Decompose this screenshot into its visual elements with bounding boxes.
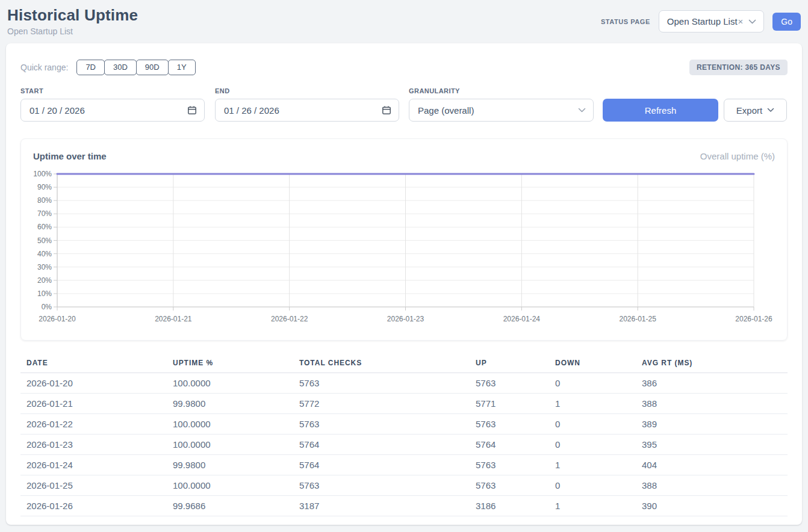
table-cell: 0 xyxy=(549,373,636,394)
table-cell: 404 xyxy=(636,455,788,475)
start-date-input[interactable]: 01 / 20 / 2026 xyxy=(20,99,205,122)
svg-text:90%: 90% xyxy=(37,183,52,191)
granularity-select[interactable]: Page (overall) xyxy=(409,99,594,122)
table-cell: 2026-01-23 xyxy=(20,435,167,455)
start-date-label: START xyxy=(20,87,205,94)
table-cell: 5764 xyxy=(293,455,470,475)
table-cell: 390 xyxy=(636,496,788,516)
svg-text:2026-01-26: 2026-01-26 xyxy=(735,315,772,323)
table-cell: 5763 xyxy=(470,475,549,496)
header-titles: Historical Uptime Open Startup List xyxy=(7,6,138,36)
table-cell: 395 xyxy=(636,435,788,455)
table-cell: 5763 xyxy=(470,455,549,475)
table-cell: 99.9800 xyxy=(167,394,293,414)
table-cell: 0 xyxy=(549,414,636,435)
quick-range-90d-button[interactable]: 90D xyxy=(136,60,169,75)
svg-text:70%: 70% xyxy=(37,209,52,218)
chart-card: Uptime over time Overall uptime (%) 0%10… xyxy=(20,138,788,341)
table-row: 2026-01-23100.0000576457640395 xyxy=(20,435,788,455)
svg-text:10%: 10% xyxy=(37,289,52,298)
export-button[interactable]: Export xyxy=(724,99,787,122)
table-cell: 99.9686 xyxy=(167,496,293,516)
header-actions: STATUS PAGE Open Startup List × Go xyxy=(601,10,801,32)
table-cell: 100.0000 xyxy=(167,414,293,435)
fields-row: START 01 / 20 / 2026 END 01 / 26 / 2026 … xyxy=(20,87,788,122)
page-title: Historical Uptime xyxy=(7,6,138,25)
svg-text:60%: 60% xyxy=(37,223,52,231)
table-cell: 2026-01-24 xyxy=(20,455,167,475)
main-panel: Quick range: 7D30D90D1Y RETENTION: 365 D… xyxy=(6,43,802,525)
table-row: 2026-01-2499.9800576457631404 xyxy=(20,455,788,475)
table-row: 2026-01-2199.9800577257711388 xyxy=(20,394,788,414)
column-header: AVG RT (MS) xyxy=(636,356,788,373)
table-cell: 1 xyxy=(549,455,636,475)
calendar-icon[interactable] xyxy=(187,105,197,115)
table-cell: 2026-01-25 xyxy=(20,475,167,496)
table-cell: 1 xyxy=(549,496,636,516)
svg-text:30%: 30% xyxy=(37,263,52,271)
chart-title: Uptime over time xyxy=(33,151,107,161)
table-cell: 5763 xyxy=(293,373,470,394)
table-cell: 100.0000 xyxy=(167,373,293,394)
svg-text:50%: 50% xyxy=(37,237,52,245)
table-cell: 100.0000 xyxy=(167,475,293,496)
quick-range-1y-button[interactable]: 1Y xyxy=(168,60,196,75)
column-header: DOWN xyxy=(549,356,636,373)
quick-range-label: Quick range: xyxy=(20,63,68,72)
table-cell: 100.0000 xyxy=(167,435,293,455)
table-cell: 5764 xyxy=(293,435,470,455)
table-cell: 5763 xyxy=(470,414,549,435)
table-cell: 99.9800 xyxy=(167,455,293,475)
export-button-label: Export xyxy=(736,105,762,116)
end-date-value: 01 / 26 / 2026 xyxy=(224,105,279,116)
svg-text:2026-01-23: 2026-01-23 xyxy=(387,315,424,323)
quick-range-7d-button[interactable]: 7D xyxy=(76,60,105,75)
granularity-field: GRANULARITY Page (overall) xyxy=(409,87,594,122)
status-page-select[interactable]: Open Startup List × xyxy=(659,10,765,32)
table-header-row: DATEUPTIME %TOTAL CHECKSUPDOWNAVG RT (MS… xyxy=(20,356,788,373)
svg-text:2026-01-20: 2026-01-20 xyxy=(39,315,76,323)
quick-range-row: Quick range: 7D30D90D1Y RETENTION: 365 D… xyxy=(20,59,788,75)
chevron-down-icon xyxy=(767,108,774,113)
chevron-down-icon xyxy=(748,19,756,24)
uptime-table: DATEUPTIME %TOTAL CHECKSUPDOWNAVG RT (MS… xyxy=(20,356,788,516)
status-page-selected-value: Open Startup List xyxy=(667,16,738,26)
svg-text:80%: 80% xyxy=(37,196,52,205)
table-cell: 389 xyxy=(636,414,788,435)
granularity-label: GRANULARITY xyxy=(409,87,594,94)
uptime-chart: 0%10%20%30%40%50%60%70%80%90%100%2026-01… xyxy=(33,169,775,330)
end-date-field: END 01 / 26 / 2026 xyxy=(215,87,399,122)
end-date-input[interactable]: 01 / 26 / 2026 xyxy=(215,99,399,122)
go-button[interactable]: Go xyxy=(772,13,801,31)
svg-text:2026-01-25: 2026-01-25 xyxy=(619,315,656,323)
chart-legend-label: Overall uptime (%) xyxy=(700,151,775,161)
calendar-icon[interactable] xyxy=(382,105,391,115)
refresh-button[interactable]: Refresh xyxy=(603,99,718,122)
page-subtitle: Open Startup List xyxy=(7,26,138,36)
svg-text:40%: 40% xyxy=(37,250,52,258)
column-header: UPTIME % xyxy=(167,356,293,373)
table-cell: 5771 xyxy=(470,394,549,414)
end-date-label: END xyxy=(215,87,399,94)
table-cell: 3186 xyxy=(470,496,549,516)
table-row: 2026-01-25100.0000576357630388 xyxy=(20,475,788,496)
start-date-value: 01 / 20 / 2026 xyxy=(30,105,85,116)
table-cell: 388 xyxy=(636,475,788,496)
clear-icon[interactable]: × xyxy=(738,16,744,26)
column-header: TOTAL CHECKS xyxy=(293,356,470,373)
table-cell: 1 xyxy=(549,394,636,414)
retention-badge: RETENTION: 365 DAYS xyxy=(689,60,788,75)
granularity-selected-value: Page (overall) xyxy=(418,105,474,116)
table-cell: 386 xyxy=(636,373,788,394)
table-row: 2026-01-22100.0000576357630389 xyxy=(20,414,788,435)
table-cell: 0 xyxy=(549,435,636,455)
table-cell: 5763 xyxy=(293,475,470,496)
table-cell: 2026-01-21 xyxy=(20,394,167,414)
svg-text:2026-01-24: 2026-01-24 xyxy=(503,315,541,323)
svg-text:0%: 0% xyxy=(42,303,52,311)
quick-range-30d-button[interactable]: 30D xyxy=(104,60,137,75)
table-row: 2026-01-2699.9686318731861390 xyxy=(20,496,788,516)
table-cell: 2026-01-20 xyxy=(20,373,167,394)
table-cell: 2026-01-26 xyxy=(20,496,167,516)
table-cell: 3187 xyxy=(293,496,470,516)
